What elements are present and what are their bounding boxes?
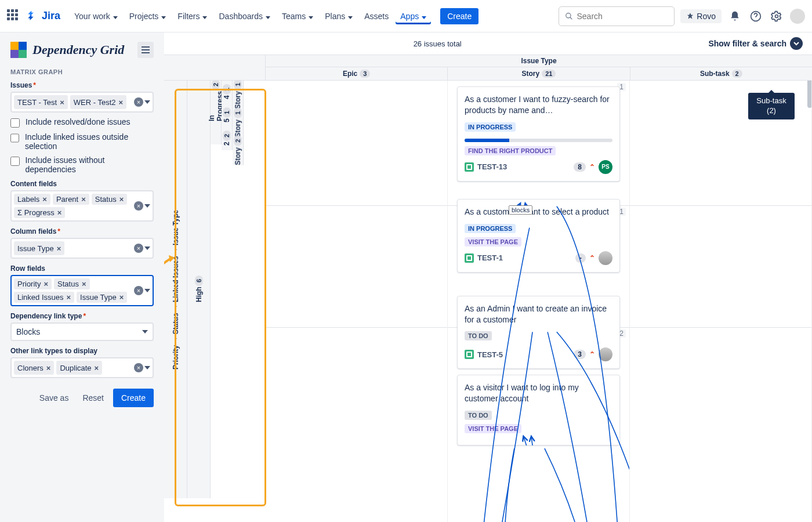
chevron-down-icon[interactable]: [144, 100, 150, 104]
remove-tag-icon[interactable]: ×: [41, 195, 48, 204]
rovo-button[interactable]: Rovo: [680, 9, 722, 23]
priority-icon: ⌃: [589, 350, 595, 358]
chevron-down-icon[interactable]: [144, 289, 150, 292]
issues-field[interactable]: TEST - Test× WER - Test2× ×: [10, 92, 154, 113]
remove-tag-icon[interactable]: ×: [80, 195, 87, 204]
chk-resolved[interactable]: Include resolved/done issues: [10, 117, 154, 128]
card-title: As a visitor I want to log into my custo…: [465, 382, 612, 404]
row-status[interactable]: In Progress2: [211, 81, 222, 121]
profile-avatar[interactable]: [790, 9, 805, 24]
remove-tag-icon[interactable]: ×: [59, 98, 66, 107]
notifications-icon[interactable]: [727, 9, 742, 24]
issue-card[interactable]: As a visitor I want to log into my custo…: [457, 375, 620, 445]
row-type[interactable]: Story2: [233, 137, 244, 165]
content-tag[interactable]: Σ Progress×: [14, 207, 65, 218]
clear-icon[interactable]: ×: [134, 97, 143, 107]
row-priority[interactable]: High6: [187, 81, 211, 498]
other-field[interactable]: Cloners× Duplicate× ×: [10, 357, 154, 378]
row-field[interactable]: Priority× Status× Linked Issues× Issue T…: [10, 275, 154, 306]
jira-logo[interactable]: Jira: [26, 10, 60, 23]
story-icon: [465, 350, 474, 359]
row-tag[interactable]: Issue Type×: [77, 292, 127, 303]
remove-tag-icon[interactable]: ×: [118, 195, 125, 204]
remove-tag-icon[interactable]: ×: [118, 293, 125, 302]
remove-tag-icon[interactable]: ×: [66, 293, 72, 302]
chevron-down-icon[interactable]: [144, 246, 150, 250]
nav-assets[interactable]: Assets: [360, 8, 393, 24]
col-field[interactable]: Issue Type× ×: [10, 238, 154, 259]
remove-tag-icon[interactable]: ×: [93, 364, 100, 372]
settings-icon[interactable]: [769, 9, 784, 24]
remove-tag-icon[interactable]: ×: [117, 98, 124, 107]
save-as-button[interactable]: Save as: [35, 390, 74, 406]
dep-select[interactable]: Blocks: [10, 322, 154, 341]
remove-tag-icon[interactable]: ×: [56, 208, 63, 217]
row-tag[interactable]: Linked Issues×: [14, 292, 74, 303]
nav-apps[interactable]: Apps: [396, 8, 431, 24]
row-tag[interactable]: Status×: [54, 278, 89, 289]
row-type[interactable]: Story1: [233, 109, 244, 137]
issue-card[interactable]: As a customer I want to select a product…: [457, 199, 620, 273]
nav-filters[interactable]: Filters: [173, 8, 212, 24]
col-tag[interactable]: Issue Type×: [14, 241, 64, 255]
nav-plans[interactable]: Plans: [320, 8, 357, 24]
col-header-subtask[interactable]: Sub-task2: [630, 67, 812, 80]
content-tag[interactable]: Status×: [92, 194, 127, 205]
search-input[interactable]: [559, 6, 675, 26]
content-label: Content fields: [10, 180, 154, 188]
other-tag[interactable]: Cloners×: [14, 361, 54, 375]
reset-button[interactable]: Reset: [78, 390, 108, 406]
grid-col-epic: [266, 81, 448, 522]
chk-outside[interactable]: Include linked issues outside selection: [10, 132, 154, 151]
issue-key[interactable]: TEST-1: [477, 253, 503, 262]
chevron-down-icon[interactable]: [144, 366, 150, 369]
chevron-down-icon[interactable]: [144, 204, 150, 208]
col-header-story[interactable]: Story21: [448, 67, 630, 80]
content-field[interactable]: Labels× Parent× Status× Σ Progress× ×: [10, 190, 154, 222]
content-tag[interactable]: Labels×: [14, 194, 50, 205]
row-type[interactable]: Story1: [233, 81, 244, 109]
remove-tag-icon[interactable]: ×: [42, 280, 49, 288]
clear-icon[interactable]: ×: [134, 363, 143, 372]
nav-your-work[interactable]: Your work: [70, 8, 122, 24]
nav-dashboards[interactable]: Dashboards: [214, 8, 275, 24]
help-icon[interactable]: [748, 9, 763, 24]
issues-tag[interactable]: TEST - Test×: [14, 95, 68, 109]
col-header-epic[interactable]: Epic3: [266, 67, 448, 80]
filter-toggle[interactable]: Show filter & search: [708, 37, 803, 50]
issue-card[interactable]: As an Admin I want to create an invoice …: [457, 296, 620, 369]
create-button[interactable]: Create: [440, 8, 478, 24]
chk-nodeps[interactable]: Include issues without dependencies: [10, 155, 154, 174]
nav-teams[interactable]: Teams: [277, 8, 318, 24]
row-tag[interactable]: Priority×: [14, 278, 52, 289]
clear-icon[interactable]: ×: [134, 201, 143, 211]
section-heading: MATRIX GRAPH: [10, 68, 154, 75]
issue-key[interactable]: TEST-13: [477, 162, 507, 171]
other-tag[interactable]: Duplicate×: [56, 361, 102, 375]
link-label: blocks: [509, 205, 532, 215]
remove-tag-icon[interactable]: ×: [56, 244, 63, 253]
content-tag[interactable]: Parent×: [53, 194, 89, 205]
assignee-avatar[interactable]: [599, 251, 612, 265]
sidebar-create-button[interactable]: Create: [113, 389, 154, 407]
remove-tag-icon[interactable]: ×: [45, 364, 52, 372]
clear-icon[interactable]: ×: [134, 286, 143, 295]
issue-card[interactable]: As a customer I want to fuzzy-search for…: [457, 86, 620, 182]
assignee-avatar[interactable]: PS: [599, 160, 612, 174]
status-badge: TO DO: [465, 411, 492, 420]
nav-items: Your work Projects Filters Dashboards Te…: [70, 8, 431, 24]
row-status-2[interactable]: [211, 121, 222, 144]
issues-label: Issues: [10, 81, 154, 89]
sidebar-menu-icon[interactable]: [137, 42, 154, 58]
assignee-avatar[interactable]: [599, 347, 612, 361]
row-linked[interactable]: 22: [222, 127, 233, 150]
row-headers: Priority → Status → Linked Issues → Issu…: [164, 81, 266, 522]
row-linked[interactable]: 41: [222, 81, 233, 104]
issue-key[interactable]: TEST-5: [477, 350, 503, 359]
row-linked[interactable]: 51: [222, 104, 233, 127]
clear-icon[interactable]: ×: [134, 244, 143, 253]
remove-tag-icon[interactable]: ×: [81, 280, 88, 288]
app-switcher-icon[interactable]: [7, 9, 21, 23]
issues-tag[interactable]: WER - Test2×: [70, 95, 126, 109]
nav-projects[interactable]: Projects: [125, 8, 171, 24]
